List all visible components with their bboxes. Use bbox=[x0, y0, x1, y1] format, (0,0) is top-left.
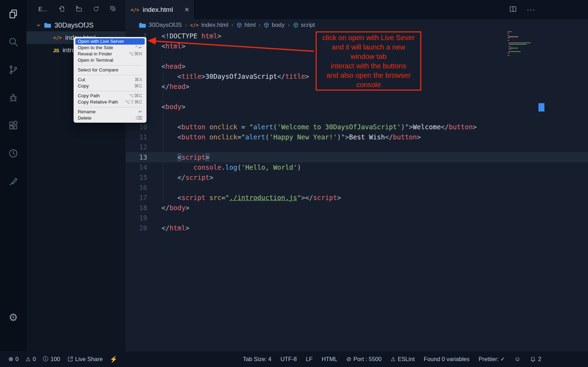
status-eslint[interactable]: ⚠ESLint bbox=[391, 356, 415, 362]
menu-item-copy-path[interactable]: Copy Path⌥⌘C bbox=[74, 93, 146, 99]
new-file-button[interactable] bbox=[59, 6, 65, 14]
files-icon bbox=[8, 9, 18, 19]
status-encoding[interactable]: UTF-8 bbox=[280, 356, 297, 362]
collapse-folders-button[interactable] bbox=[110, 6, 116, 14]
settings-button[interactable]: ⚙ bbox=[0, 312, 27, 323]
folder-row-30daysofjs[interactable]: 30DaysOfJS bbox=[27, 19, 126, 31]
status-tab-size[interactable]: Tab Size: 4 bbox=[243, 356, 272, 362]
status-bolt[interactable]: ⚡ bbox=[110, 355, 117, 363]
line-content bbox=[147, 92, 161, 102]
code-line-7: 7 bbox=[126, 92, 588, 102]
menu-item-delete[interactable]: Delete⌫ bbox=[74, 115, 146, 121]
annotation-line: click on open with Live Sever bbox=[322, 33, 414, 42]
activity-item-run-debug[interactable] bbox=[0, 84, 27, 112]
breadcrumb-script[interactable]: script bbox=[293, 22, 315, 29]
annotation-line: interact with the buttons bbox=[331, 61, 406, 70]
line-number: 11 bbox=[126, 132, 147, 142]
status-info-count[interactable]: ⓘ100 bbox=[43, 355, 60, 363]
menu-item-copy[interactable]: Copy⌘C bbox=[74, 83, 146, 89]
menu-item-copy-relative-path[interactable]: Copy Relative Path⌥⇧⌘C bbox=[74, 99, 146, 105]
git-branch-icon bbox=[8, 64, 18, 75]
status-live-server-port[interactable]: ⊘Port : 5500 bbox=[346, 355, 382, 363]
code-line-20: 20</html> bbox=[126, 223, 588, 233]
status-label: 0 bbox=[33, 356, 36, 362]
status-language-mode[interactable]: HTML bbox=[322, 356, 337, 362]
breadcrumb-html[interactable]: html bbox=[236, 22, 256, 29]
status-feedback[interactable]: ☺ bbox=[514, 355, 520, 363]
line-content: <button onclick="alert('Happy New Year!'… bbox=[147, 132, 421, 142]
js-file-icon: JS bbox=[53, 47, 59, 53]
menu-item-label: Reveal in Finder bbox=[78, 51, 112, 57]
code-line-18: 18</body> bbox=[126, 203, 588, 213]
menu-item-open-in-terminal[interactable]: Open in Terminal bbox=[74, 57, 146, 63]
annotation-line: console bbox=[356, 80, 381, 89]
status-notifications[interactable]: 2 bbox=[530, 356, 541, 362]
smiley-icon: ☺ bbox=[514, 355, 520, 363]
breadcrumb-separator-icon: › bbox=[185, 22, 187, 28]
line-content: console.log('Hello, World') bbox=[147, 162, 301, 173]
status-label: Tab Size: 4 bbox=[243, 356, 272, 362]
activity-item-edit-session[interactable] bbox=[0, 167, 27, 195]
menu-item-shortcut: ⌘X bbox=[134, 77, 142, 83]
line-content: </body> bbox=[147, 203, 189, 213]
info-icon: ⓘ bbox=[43, 355, 48, 363]
status-errors[interactable]: ⊗0 bbox=[8, 355, 18, 363]
status-label: Found 0 variables bbox=[424, 356, 469, 362]
breadcrumb-body[interactable]: body bbox=[264, 22, 285, 29]
status-prettier[interactable]: Prettier: ✓ bbox=[478, 356, 505, 362]
menu-item-rename[interactable]: Rename↵ bbox=[74, 109, 146, 115]
minimap[interactable] bbox=[507, 31, 538, 56]
line-content bbox=[147, 112, 161, 122]
tab-index.html[interactable]: </>index.html× bbox=[126, 0, 194, 19]
menu-item-label: Select for Compare bbox=[78, 67, 118, 73]
code-line-12: 12 bbox=[126, 142, 588, 152]
menu-item-open-with-live-server[interactable]: Open with Live Server bbox=[75, 38, 145, 45]
line-number: 12 bbox=[126, 142, 147, 152]
more-actions-button[interactable]: ··· bbox=[527, 5, 535, 14]
breadcrumb: 30DaysOfJS›</>index.html›html›body›scrip… bbox=[126, 19, 588, 31]
status-warnings[interactable]: ⚠0 bbox=[25, 356, 36, 362]
split-editor-button[interactable] bbox=[509, 5, 517, 14]
status-eol[interactable]: LF bbox=[306, 356, 312, 362]
symbol-icon bbox=[293, 22, 299, 28]
scrollbar-marker[interactable] bbox=[538, 103, 544, 112]
activity-item-extensions[interactable] bbox=[0, 112, 27, 139]
menu-item-label: Open in Terminal bbox=[78, 57, 113, 63]
pen-icon bbox=[8, 176, 18, 186]
menu-item-label: Copy bbox=[78, 83, 89, 89]
line-content: <!DOCTYPE html> bbox=[147, 31, 221, 41]
breadcrumb-index.html[interactable]: </>index.html bbox=[190, 22, 228, 29]
status-live-share[interactable]: Live Share bbox=[67, 356, 103, 362]
menu-item-label: Delete bbox=[78, 115, 91, 121]
menu-item-shortcut: ⌥⇧⌘C bbox=[125, 99, 142, 105]
menu-item-cut[interactable]: Cut⌘X bbox=[74, 77, 146, 83]
line-content: </html> bbox=[147, 223, 189, 233]
menu-item-select-for-compare[interactable]: Select for Compare bbox=[74, 67, 146, 73]
gear-icon: ⚙ bbox=[9, 312, 18, 323]
menu-item-shortcut: ⌃↵ bbox=[134, 45, 142, 51]
menu-item-open-to-the-side[interactable]: Open to the Side⌃↵ bbox=[74, 45, 146, 51]
new-file-icon bbox=[59, 6, 65, 12]
new-folder-icon bbox=[76, 6, 82, 12]
line-content: <html> bbox=[147, 41, 186, 51]
line-content: <button onclick = "alert('Welcome to 30D… bbox=[147, 122, 477, 132]
activity-item-source-control[interactable] bbox=[0, 56, 27, 84]
activity-item-history[interactable] bbox=[0, 139, 27, 167]
line-number: 17 bbox=[126, 193, 147, 203]
activity-item-search[interactable] bbox=[0, 28, 27, 56]
refresh-explorer-button[interactable] bbox=[93, 6, 99, 14]
menu-item-shortcut: ⌫ bbox=[136, 115, 142, 121]
close-icon[interactable]: × bbox=[184, 5, 189, 14]
breadcrumb-separator-icon: › bbox=[288, 22, 289, 28]
code-line-9: 9 bbox=[126, 112, 588, 122]
explorer-header: E... bbox=[27, 0, 126, 19]
new-folder-button[interactable] bbox=[76, 6, 82, 14]
line-content bbox=[147, 51, 161, 61]
share-icon bbox=[67, 356, 73, 362]
status-variables[interactable]: Found 0 variables bbox=[424, 356, 469, 362]
activity-item-explorer[interactable] bbox=[0, 0, 27, 28]
status-label: HTML bbox=[322, 356, 337, 362]
line-number: 14 bbox=[126, 162, 147, 173]
breadcrumb-30DaysOfJS[interactable]: 30DaysOfJS bbox=[139, 22, 182, 29]
menu-item-reveal-in-finder[interactable]: Reveal in Finder⌥⌘R bbox=[74, 51, 146, 57]
